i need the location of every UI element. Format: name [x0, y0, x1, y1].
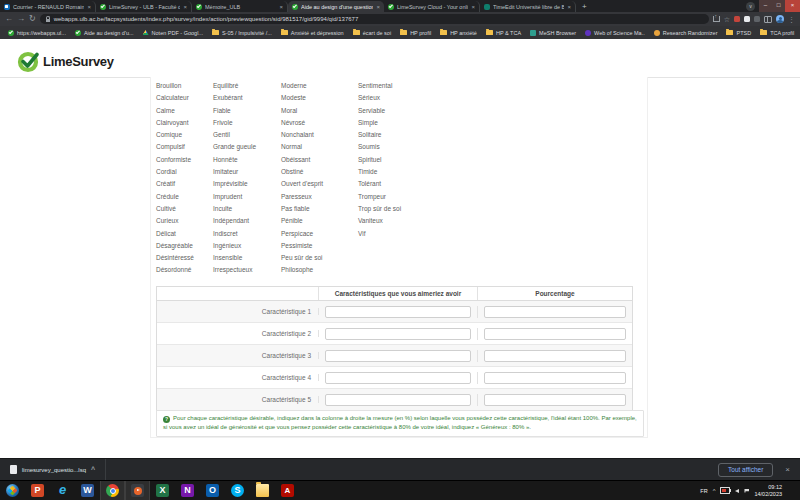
bookmark-item[interactable]: https://webapps.ul...: [8, 30, 66, 36]
show-all-downloads-button[interactable]: Tout afficher: [718, 463, 773, 477]
url-text[interactable]: webapps.ulb.ac.be/facpsystudents/index.p…: [54, 16, 359, 22]
tab-search-button[interactable]: ∨: [746, 2, 755, 11]
tab-close-icon[interactable]: ×: [567, 4, 571, 10]
language-indicator[interactable]: FR: [700, 488, 707, 494]
downloaded-file-chip[interactable]: limesurvey_questio...lsq ^: [0, 459, 106, 480]
download-expand-icon[interactable]: ^: [91, 466, 95, 473]
taskbar-powerpoint[interactable]: P: [25, 481, 50, 500]
acrobat-icon: A: [281, 484, 294, 497]
bookmark-item[interactable]: Anxiété et dépression: [281, 30, 344, 36]
characteristic-cell: [319, 350, 478, 362]
tab-label: Mémoire_ULB: [205, 4, 276, 10]
limesurvey-logo: LimeSurvey: [16, 48, 114, 74]
bookmark-item[interactable]: Aide au design d'u...: [75, 30, 134, 36]
bookmark-favicon-icon: [8, 30, 14, 36]
percentage-input[interactable]: [484, 328, 626, 340]
word-item: Normal: [281, 141, 323, 153]
bookmark-item[interactable]: S-05 / Impulsivité /...: [212, 30, 272, 36]
tab-aide-design-active[interactable]: Aide au design d'une question ! ×: [288, 1, 384, 12]
profile-avatar[interactable]: [776, 15, 784, 23]
percentage-input[interactable]: [484, 350, 626, 362]
tab-memoire-ulb[interactable]: Mémoire_ULB ×: [192, 1, 288, 12]
extension-icon[interactable]: [754, 16, 760, 22]
tab-close-icon[interactable]: ×: [279, 4, 283, 10]
tab-limesurvey-cloud[interactable]: LimeSurvey Cloud - Your online ×: [384, 1, 480, 12]
percentage-input[interactable]: [484, 372, 626, 384]
bookmark-item[interactable]: écart de soi: [353, 30, 391, 36]
characteristic-cell: [319, 306, 478, 318]
tab-close-icon[interactable]: ×: [376, 4, 380, 10]
word-item: Gentil: [213, 129, 256, 141]
characteristic-input[interactable]: [325, 394, 471, 406]
percentage-input[interactable]: [484, 394, 626, 406]
characteristic-input[interactable]: [325, 372, 471, 384]
split-screen-icon[interactable]: [764, 16, 772, 23]
bookmark-item[interactable]: MeSH Browser: [530, 30, 576, 36]
tab-courrier[interactable]: Courrier - RENAULD Romain - Ou ×: [0, 1, 96, 12]
taskbar-clock[interactable]: 09:12 14/02/2023: [754, 484, 782, 498]
minimize-button[interactable]: –: [759, 0, 772, 12]
bookmark-item[interactable]: Web of Science Ma..: [585, 30, 645, 36]
word-column-4: SentimentalSérieuxServiableSimpleSolitai…: [358, 80, 401, 240]
bookmark-item[interactable]: HP anxiété: [440, 30, 477, 36]
download-bar-close-icon[interactable]: ×: [785, 465, 790, 474]
taskbar-word[interactable]: W: [75, 481, 100, 500]
taskbar-video-player[interactable]: [125, 481, 150, 500]
tab-limesurvey-ulb[interactable]: LimeSurvey - ULB - Faculté des S ×: [96, 1, 192, 12]
close-window-button[interactable]: ×: [785, 0, 800, 12]
word-item: Névrosé: [281, 117, 323, 129]
extension-icon[interactable]: [734, 16, 740, 22]
word-item: Comique: [156, 129, 194, 141]
bookmarks-bar: https://webapps.ul... Aide au design d'u…: [0, 26, 800, 39]
bookmark-label: MeSH Browser: [539, 30, 576, 36]
word-column-2: EquilibréExubérantFiableFrivoleGentilGra…: [213, 80, 256, 277]
characteristic-input[interactable]: [325, 328, 471, 340]
word-item: Brouillon: [156, 80, 194, 92]
bookmark-star-icon[interactable]: ☆: [724, 16, 730, 23]
bookmark-item[interactable]: Noten PDF - Googl...: [143, 30, 203, 36]
extension-icon[interactable]: [744, 16, 750, 22]
taskbar-skype[interactable]: S: [225, 481, 250, 500]
percentage-input[interactable]: [484, 306, 626, 318]
start-button[interactable]: [0, 481, 25, 500]
bookmark-item[interactable]: Research Randomizer: [654, 30, 718, 36]
file-icon: [10, 465, 17, 474]
maximize-button[interactable]: □: [772, 0, 785, 12]
taskbar-file-explorer[interactable]: [250, 481, 275, 500]
address-bar[interactable]: webapps.ulb.ac.be/facpsystudents/index.p…: [40, 14, 709, 24]
bookmark-label: HP profil: [410, 30, 431, 36]
taskbar-internet-explorer[interactable]: e: [50, 481, 75, 500]
characteristic-input[interactable]: [325, 306, 471, 318]
browser-menu-icon[interactable]: ⋮: [788, 16, 795, 23]
excel-icon: X: [156, 484, 169, 497]
reload-icon[interactable]: ↻: [29, 15, 36, 23]
limesurvey-favicon-icon: [292, 4, 298, 10]
word-item: Crédule: [156, 191, 194, 203]
word-item: Sentimental: [358, 80, 401, 92]
bookmark-item[interactable]: TCA profil: [760, 30, 794, 36]
table-row: Caractéristique 5: [157, 389, 632, 410]
speaker-icon[interactable]: [735, 489, 739, 493]
forward-icon[interactable]: →: [17, 15, 25, 23]
tab-close-icon[interactable]: ×: [183, 4, 187, 10]
taskbar-onenote[interactable]: N: [175, 481, 200, 500]
new-tab-button[interactable]: +: [582, 3, 587, 11]
taskbar-chrome[interactable]: [100, 481, 125, 500]
share-icon[interactable]: [713, 16, 720, 22]
word-item: Nonchalant: [281, 129, 323, 141]
tray-expand-icon[interactable]: ^: [713, 488, 716, 494]
bookmark-favicon-icon: [760, 30, 767, 35]
taskbar-acrobat[interactable]: A: [275, 481, 300, 500]
taskbar-outlook[interactable]: O: [200, 481, 225, 500]
bookmark-item[interactable]: HP & TCA: [486, 30, 521, 36]
back-icon[interactable]: ←: [5, 15, 13, 23]
taskbar-excel[interactable]: X: [150, 481, 175, 500]
percentage-cell: [478, 372, 632, 384]
characteristic-input[interactable]: [325, 350, 471, 362]
network-icon[interactable]: [744, 489, 749, 493]
bookmark-item[interactable]: PTSD: [726, 30, 751, 36]
tab-timeedit[interactable]: TimeEdit Université libre de Bru ×: [480, 1, 576, 12]
tab-close-icon[interactable]: ×: [471, 4, 475, 10]
tab-close-icon[interactable]: ×: [87, 4, 91, 10]
bookmark-item[interactable]: HP profil: [400, 30, 431, 36]
